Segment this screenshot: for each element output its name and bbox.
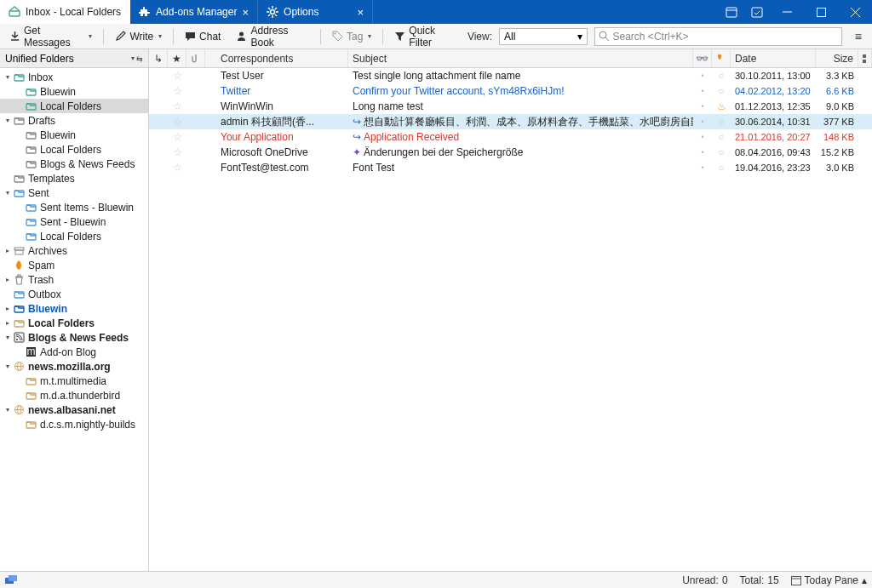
app-menu-button[interactable]: ≡ <box>849 30 867 43</box>
folder-item[interactable]: d.c.s.m.nightly-builds <box>0 417 148 431</box>
folder-label: Add-on Blog <box>40 346 96 358</box>
col-read[interactable]: 👓 <box>693 49 712 67</box>
folder-item[interactable]: ▾Sent <box>0 186 148 200</box>
tab-addons[interactable]: Add-ons Manager × <box>130 0 258 24</box>
folder-item[interactable]: Local Folders <box>0 99 148 113</box>
folder-label: Local Folders <box>28 317 95 329</box>
col-star[interactable]: ★ <box>168 49 186 67</box>
message-row[interactable]: ☆TwitterConfirm your Twitter account, sY… <box>149 83 872 99</box>
message-row[interactable]: ☆Test UserTest single long attachment fi… <box>149 68 872 83</box>
message-row[interactable]: ☆WinWinWinLong name test•♨01.12.2013, 12… <box>149 99 872 114</box>
attachment-cell <box>186 145 205 160</box>
message-row[interactable]: ☆admin 科技顧問(香...↪想自動計算餐廳帳目、利潤、成本、原材料倉存、手… <box>149 114 872 129</box>
svg-rect-0 <box>9 11 20 16</box>
folder-item[interactable]: ▾Drafts <box>0 113 148 128</box>
read-cell: • <box>693 160 712 175</box>
folder-item[interactable]: ▾news.mozilla.org <box>0 359 148 374</box>
star-cell[interactable]: ☆ <box>168 145 186 160</box>
flag-cell: ○ <box>712 83 731 99</box>
close-icon[interactable]: × <box>357 6 364 19</box>
date-cell: 01.12.2013, 12:35 <box>731 99 816 114</box>
view-select[interactable]: All ▾ <box>499 28 588 45</box>
twisty-icon[interactable]: ▸ <box>3 247 12 254</box>
twisty-icon[interactable]: ▾ <box>3 334 12 341</box>
quick-filter-button[interactable]: Quick Filter <box>390 23 461 50</box>
message-row[interactable]: ☆FontTest@test.comFont Test•○19.04.2016,… <box>149 160 872 175</box>
folder-item[interactable]: Local Folders <box>0 229 148 243</box>
tab-options[interactable]: Options × <box>258 0 373 24</box>
folder-label: Drafts <box>28 115 55 127</box>
twisty-icon[interactable]: ▸ <box>3 319 12 327</box>
star-cell[interactable]: ☆ <box>168 129 186 145</box>
col-subject[interactable]: Subject <box>348 49 693 67</box>
folder-item[interactable]: ▾Inbox <box>0 70 148 84</box>
chat-button[interactable]: Chat <box>181 29 225 44</box>
message-row[interactable]: ☆Microsoft OneDrive✦Änderungen bei der S… <box>149 145 872 160</box>
folder-item[interactable]: Sent - Bluewin <box>0 214 148 229</box>
today-pane-button[interactable]: Today Pane ▴ <box>791 574 867 586</box>
tasks-icon-button[interactable] <box>744 0 770 24</box>
tab-inbox[interactable]: Inbox - Local Folders <box>0 0 130 24</box>
col-picker[interactable] <box>858 49 872 67</box>
star-cell[interactable]: ☆ <box>168 99 186 114</box>
twisty-icon[interactable]: ▾ <box>3 363 12 370</box>
twisty-icon[interactable]: ▾ <box>3 189 12 197</box>
folder-item[interactable]: m.d.a.thunderbird <box>0 388 148 402</box>
calendar-icon-button[interactable] <box>719 0 744 24</box>
folder-item[interactable]: Outbox <box>0 287 148 301</box>
get-messages-button[interactable]: Get Messages▾ <box>5 23 96 50</box>
folder-item[interactable]: mAdd-on Blog <box>0 345 148 359</box>
folder-label: Local Folders <box>40 231 101 243</box>
size-cell: 3.3 KB <box>816 68 858 83</box>
folder-item[interactable]: Local Folders <box>0 142 148 157</box>
folder-item[interactable]: ▸Archives <box>0 243 148 258</box>
flag-cell: ○ <box>712 114 731 129</box>
close-icon[interactable]: × <box>242 6 249 19</box>
svg-rect-34 <box>15 250 23 254</box>
tag-button[interactable]: Tag▾ <box>328 29 376 44</box>
global-search-input[interactable]: Search <Ctrl+K> <box>594 27 843 46</box>
activity-icon[interactable] <box>5 575 17 585</box>
folder-item[interactable]: ▾news.albasani.net <box>0 402 148 417</box>
folder-item[interactable]: Bluewin <box>0 128 148 142</box>
twisty-icon[interactable]: ▸ <box>3 276 12 283</box>
col-date[interactable]: Date <box>731 49 816 67</box>
message-row[interactable]: ☆Your Application↪Application Received•○… <box>149 129 872 145</box>
folder-label: m.t.multimedia <box>40 375 106 387</box>
folder-item[interactable]: Blogs & News Feeds <box>0 157 148 171</box>
folder-item[interactable]: Bluewin <box>0 84 148 99</box>
thread-cell <box>149 83 168 99</box>
window-close-button[interactable] <box>838 0 872 24</box>
sidebar-header[interactable]: Unified Folders ▾⇆ <box>0 49 148 68</box>
folder-item[interactable]: Spam <box>0 258 148 272</box>
folder-item[interactable]: Sent Items - Bluewin <box>0 200 148 214</box>
star-cell[interactable]: ☆ <box>168 114 186 129</box>
folder-icon <box>24 129 37 140</box>
star-cell[interactable]: ☆ <box>168 160 186 175</box>
folder-item[interactable]: ▾Blogs & News Feeds <box>0 330 148 345</box>
minimize-button[interactable] <box>770 0 804 24</box>
twisty-icon[interactable]: ▾ <box>3 406 12 414</box>
twisty-icon[interactable]: ▾ <box>3 73 12 81</box>
twisty-icon[interactable]: ▾ <box>3 117 12 124</box>
folder-item[interactable]: Templates <box>0 171 148 186</box>
folder-item[interactable]: ▸Local Folders <box>0 316 148 330</box>
svg-rect-28 <box>14 176 24 182</box>
star-cell[interactable]: ☆ <box>168 83 186 99</box>
folder-label: Blogs & News Feeds <box>28 332 129 344</box>
col-thread[interactable]: ↳ <box>149 49 168 67</box>
folder-item[interactable]: ▸Trash <box>0 272 148 287</box>
maximize-button[interactable] <box>804 0 838 24</box>
col-flag[interactable] <box>712 49 731 67</box>
folder-item[interactable]: ▸Bluewin <box>0 301 148 316</box>
twisty-icon[interactable]: ▸ <box>3 305 12 312</box>
col-attachment[interactable] <box>186 49 205 67</box>
address-book-button[interactable]: Address Book <box>232 23 313 50</box>
star-cell[interactable]: ☆ <box>168 68 186 83</box>
folder-item[interactable]: m.t.multimedia <box>0 374 148 388</box>
svg-rect-23 <box>26 104 36 110</box>
col-size[interactable]: Size <box>816 49 858 67</box>
col-correspondents[interactable]: Correspondents <box>205 49 348 67</box>
write-button[interactable]: Write▾ <box>111 29 166 44</box>
folder-label: Sent - Bluewin <box>40 216 106 228</box>
